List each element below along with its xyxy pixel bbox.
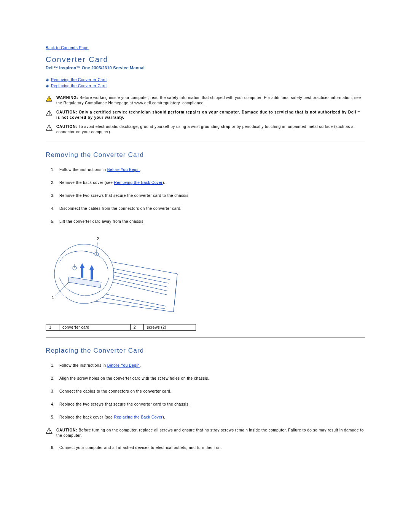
step-item: Follow the instructions in Before You Be… (51, 363, 365, 368)
caution-body-text: Before turning on the computer, replace … (56, 428, 364, 438)
table-of-contents: Removing the Converter Card Replacing th… (46, 77, 365, 89)
svg-point-3 (46, 85, 47, 86)
svg-point-1 (46, 79, 47, 80)
svg-text:2: 2 (97, 236, 99, 241)
caution-label: CAUTION: (56, 428, 77, 432)
svg-line-19 (107, 278, 167, 291)
step-text: . (140, 168, 141, 172)
svg-line-15 (174, 274, 177, 312)
step-text: Lift the converter card away from the ch… (59, 219, 145, 224)
legend-label: screws (2) (144, 324, 196, 331)
legend-label: converter card (59, 324, 131, 331)
step-text: ). (162, 415, 165, 419)
step-item: Remove the two screws that secure the co… (51, 193, 365, 198)
caution-text: CAUTION: Only a certified service techni… (56, 110, 365, 120)
step-item: Replace the back cover (see Replacing th… (51, 415, 365, 420)
caution-icon (46, 110, 53, 116)
caution-text: CAUTION: To avoid electrostatic discharg… (56, 124, 365, 135)
svg-rect-6 (49, 100, 49, 101)
caution-text: CAUTION: Before turning on the computer,… (56, 428, 365, 438)
bullet-icon (46, 85, 49, 88)
replacing-back-cover-link[interactable]: Replacing the Back Cover (114, 415, 163, 419)
warning-text: WARNING: Before working inside your comp… (56, 95, 365, 106)
step-text: Disconnect the cables from the connector… (59, 206, 182, 211)
step-item: Follow the instructions in Before You Be… (51, 167, 365, 173)
svg-point-23 (54, 244, 114, 304)
warning-notice: WARNING: Before working inside your comp… (46, 95, 365, 106)
caution-notice: CAUTION: Before turning on the computer,… (46, 428, 365, 438)
step-text: Connect your computer and all attached d… (59, 446, 222, 450)
svg-line-21 (99, 293, 166, 306)
toc-item: Replacing the Converter Card (46, 83, 365, 89)
manual-subtitle: Dell™ Inspiron™ One 2305/2310 Service Ma… (46, 66, 365, 70)
caution-icon (46, 428, 53, 438)
steps-list-replacing-cont: Connect your computer and all attached d… (51, 445, 365, 451)
step-item: Connect your computer and all attached d… (51, 445, 365, 451)
toc-link-removing[interactable]: Removing the Converter Card (51, 77, 107, 83)
svg-rect-11 (49, 126, 49, 128)
caution-notice: CAUTION: To avoid electrostatic discharg… (46, 124, 365, 135)
svg-rect-8 (49, 112, 49, 113)
converter-card-diagram: 1 2 (48, 232, 185, 317)
step-text: Connect the cables to the connectors on … (59, 389, 172, 393)
warning-icon (46, 95, 53, 102)
steps-list-replacing: Follow the instructions in Before You Be… (51, 363, 365, 420)
svg-rect-12 (49, 129, 49, 129)
caution-notice: CAUTION: Only a certified service techni… (46, 110, 365, 120)
step-item: Replace the two screws that secure the c… (51, 402, 365, 407)
step-item: Lift the converter card away from the ch… (51, 219, 365, 224)
steps-list-removing: Follow the instructions in Before You Be… (51, 167, 365, 224)
step-item: Remove the back cover (see Removing the … (51, 180, 365, 185)
divider (46, 142, 365, 142)
section-heading-removing: Removing the Converter Card (46, 151, 365, 159)
svg-rect-9 (49, 114, 49, 115)
table-row: 1 converter card 2 screws (2) (46, 324, 196, 331)
step-text: Follow the instructions in (59, 168, 107, 172)
warning-body-text: Before working inside your computer, rea… (56, 96, 361, 105)
caution-label: CAUTION: (56, 125, 77, 129)
step-text: Align the screw holes on the converter c… (59, 376, 209, 380)
caution-label: CAUTION: (56, 110, 77, 114)
step-text: Follow the instructions in (59, 363, 107, 367)
bullet-icon (46, 78, 49, 81)
step-text: Remove the two screws that secure the co… (59, 193, 188, 198)
svg-rect-39 (49, 432, 49, 433)
step-text: Remove the back cover (see (59, 181, 114, 185)
toc-link-replacing[interactable]: Replacing the Converter Card (51, 83, 107, 89)
step-item: Align the screw holes on the converter c… (51, 376, 365, 381)
warning-label: WARNING: (56, 96, 78, 100)
before-you-begin-link[interactable]: Before You Begin (107, 363, 140, 367)
step-item: Disconnect the cables from the connector… (51, 206, 365, 211)
page-title: Converter Card (46, 55, 365, 64)
svg-text:1: 1 (52, 295, 54, 300)
document-page: Back to Contents Page Converter Card Del… (0, 0, 411, 481)
step-text: Replace the two screws that secure the c… (59, 402, 190, 406)
legend-num: 1 (46, 324, 59, 331)
caution-bold-text: Only a certified service technician shou… (56, 110, 360, 120)
svg-line-18 (105, 274, 168, 287)
svg-rect-38 (49, 430, 49, 431)
step-text: Replace the back cover (see (59, 415, 114, 419)
diagram-legend-table: 1 converter card 2 screws (2) (46, 324, 196, 331)
divider (46, 337, 365, 338)
step-item: Connect the cables to the connectors on … (51, 389, 365, 394)
toc-item: Removing the Converter Card (46, 77, 365, 83)
section-heading-replacing: Replacing the Converter Card (46, 347, 365, 355)
legend-num: 2 (131, 324, 144, 331)
back-to-contents-link[interactable]: Back to Contents Page (46, 46, 89, 50)
step-text: ). (162, 181, 165, 185)
svg-rect-5 (49, 97, 49, 99)
removing-back-cover-link[interactable]: Removing the Back Cover (114, 181, 163, 185)
before-you-begin-link[interactable]: Before You Begin (107, 168, 140, 172)
step-text: . (140, 363, 141, 367)
caution-icon (46, 124, 53, 131)
svg-line-20 (109, 281, 167, 295)
caution-body-text: To avoid electrostatic discharge, ground… (56, 125, 354, 134)
